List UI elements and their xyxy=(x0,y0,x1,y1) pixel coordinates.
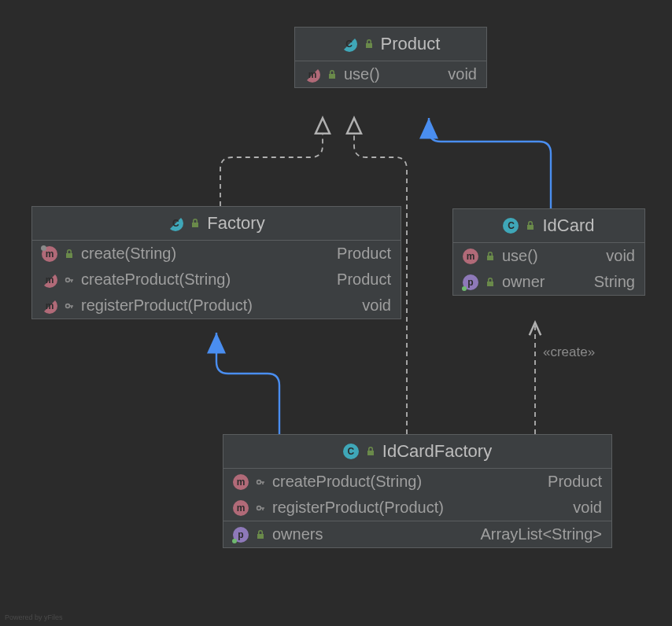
svg-point-2 xyxy=(257,480,261,484)
edge-idcardfactory-extends-factory xyxy=(216,333,279,434)
member-row: p owners ArrayList<String> xyxy=(223,521,611,547)
lock-icon xyxy=(64,249,75,260)
member-row: m use() void xyxy=(295,61,486,87)
key-icon xyxy=(64,300,75,311)
method-icon-abstract: m xyxy=(42,298,57,314)
class-header-product: C Product xyxy=(295,28,486,61)
class-name: IdCardFactory xyxy=(382,441,492,462)
watermark: Powered by yFiles xyxy=(5,613,63,621)
lock-icon xyxy=(190,218,201,229)
class-header-factory: C Factory xyxy=(32,207,401,241)
class-product[interactable]: C Product m use() void xyxy=(294,27,487,88)
member-row: m createProduct(String) Product xyxy=(32,267,401,293)
svg-point-0 xyxy=(66,278,70,282)
member-row: m createProduct(String) Product xyxy=(223,469,611,495)
key-icon xyxy=(255,503,266,514)
lock-icon xyxy=(485,277,496,288)
method-icon-abstract: m xyxy=(305,67,320,83)
edge-factory-creates-product xyxy=(220,118,323,206)
lock-icon xyxy=(525,220,536,231)
class-factory[interactable]: C Factory m create(String) Product m cre… xyxy=(31,206,401,319)
class-icon: C xyxy=(343,444,359,459)
class-icon-abstract: C xyxy=(342,36,357,52)
lock-icon xyxy=(364,39,375,50)
member-row: p owner String xyxy=(453,269,644,295)
property-icon: p xyxy=(233,527,249,543)
member-row: m use() void xyxy=(453,243,644,269)
class-name: Factory xyxy=(207,213,264,234)
key-icon xyxy=(64,274,75,285)
lock-icon xyxy=(485,251,496,262)
edge-idcard-extends-product xyxy=(429,118,551,208)
svg-point-1 xyxy=(66,304,70,307)
class-icon-abstract: C xyxy=(168,215,183,231)
property-icon: p xyxy=(463,274,478,290)
class-header-idcard: C IdCard xyxy=(453,209,644,243)
class-name: IdCard xyxy=(542,215,594,236)
class-idcard[interactable]: C IdCard m use() void p owner String xyxy=(452,208,645,296)
lock-icon xyxy=(255,529,266,540)
method-icon: m xyxy=(463,249,478,264)
class-name: Product xyxy=(381,34,441,54)
class-header-idcardfactory: C IdCardFactory xyxy=(223,435,611,469)
method-icon: m xyxy=(42,246,57,262)
svg-point-3 xyxy=(257,506,261,510)
method-icon-abstract: m xyxy=(42,272,57,288)
lock-icon xyxy=(327,69,338,80)
stereotype-create: «create» xyxy=(543,344,595,360)
member-row: m registerProduct(Product) void xyxy=(32,293,401,319)
class-idcardfactory[interactable]: C IdCardFactory m createProduct(String) … xyxy=(223,434,612,548)
member-row: m create(String) Product xyxy=(32,241,401,267)
method-icon: m xyxy=(233,474,249,490)
key-icon xyxy=(255,477,266,488)
class-icon: C xyxy=(503,218,519,234)
method-icon: m xyxy=(233,500,249,516)
member-row: m registerProduct(Product) void xyxy=(223,495,611,521)
lock-icon xyxy=(365,446,376,457)
